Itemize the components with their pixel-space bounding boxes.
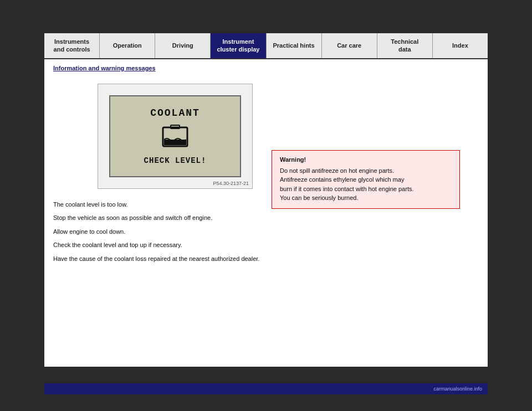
tab-technical-data[interactable]: Technical data: [377, 33, 433, 58]
section-header: Information and warning messages: [53, 65, 479, 71]
body-paragraph-2: Stop the vehicle as soon as possible and…: [53, 213, 260, 223]
page-body: Information and warning messages COOLANT: [44, 59, 488, 274]
display-screen: COOLANT CHECK LEVEL!: [109, 95, 241, 177]
navigation-bar: Instruments and controls Operation Drivi…: [44, 33, 488, 59]
coolant-label: COOLANT: [127, 107, 223, 119]
body-paragraph-5: Have the cause of the coolant loss repai…: [53, 254, 260, 264]
tab-operation[interactable]: Operation: [100, 33, 155, 58]
website-url: carmanualsonline.info: [433, 386, 482, 392]
tab-car-care[interactable]: Car care: [322, 33, 377, 58]
body-paragraph-4: Check the coolant level and top up if ne…: [53, 240, 260, 250]
coolant-display-image: COOLANT CHECK LEVEL!: [98, 84, 253, 189]
tab-index[interactable]: Index: [433, 33, 488, 58]
check-level-label: CHECK LEVEL!: [144, 156, 207, 165]
bottom-bar: carmanualsonline.info: [44, 383, 488, 394]
tab-driving[interactable]: Driving: [155, 33, 211, 58]
tab-instrument-cluster[interactable]: Instrument cluster display: [211, 33, 266, 58]
warning-title: Warning!: [280, 156, 452, 163]
body-paragraph-3: Allow engine to cool down.: [53, 227, 260, 237]
tab-instruments[interactable]: Instruments and controls: [44, 33, 100, 58]
warning-box: Warning! Do not spill antifreeze on hot …: [272, 150, 460, 209]
warning-text: Do not spill antifreeze on hot engine pa…: [280, 166, 452, 203]
right-column: Warning! Do not spill antifreeze on hot …: [272, 78, 479, 268]
left-column: COOLANT CHECK LEVEL!: [53, 78, 260, 268]
content-area: COOLANT CHECK LEVEL!: [53, 78, 479, 268]
body-paragraph-1: The coolant level is too low.: [53, 200, 260, 209]
image-reference: P54.30-2137-21: [213, 181, 249, 186]
tab-practical-hints[interactable]: Practical hints: [267, 33, 322, 58]
coolant-icon: [158, 123, 192, 151]
